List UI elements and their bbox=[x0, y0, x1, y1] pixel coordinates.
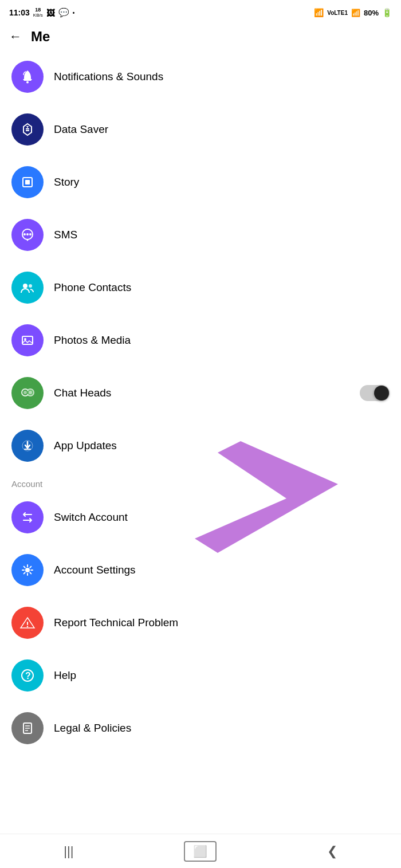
menu-item-chatheads[interactable]: Chat Heads bbox=[0, 367, 401, 419]
story-icon bbox=[11, 166, 44, 198]
status-right: 📶 VoLTE1 📶 80% 🔋 bbox=[314, 8, 392, 17]
menu-item-datasaver[interactable]: Data Saver bbox=[0, 103, 401, 156]
svg-point-10 bbox=[29, 233, 32, 235]
menu-item-legalpolicies[interactable]: Legal & Policies bbox=[0, 702, 401, 755]
account-section-label: Account bbox=[0, 472, 401, 491]
menu-item-help[interactable]: ? Help bbox=[0, 649, 401, 702]
appupdates-icon bbox=[11, 430, 44, 462]
phonecontacts-label: Phone Contacts bbox=[54, 281, 390, 294]
account-menu: Switch Account Account Settings Report T… bbox=[0, 491, 401, 755]
menu-item-sms[interactable]: SMS bbox=[0, 209, 401, 261]
notifications-label: Notifications & Sounds bbox=[54, 70, 390, 83]
battery-icon: 🔋 bbox=[382, 8, 392, 17]
menu-item-reportproblem[interactable]: Report Technical Problem bbox=[0, 596, 401, 649]
status-left: 11:03 18 KB/s 🖼 💬 • bbox=[9, 7, 74, 18]
reportproblem-icon bbox=[11, 607, 44, 639]
notifications-icon bbox=[11, 61, 44, 93]
nav-home-button[interactable]: ⬜ bbox=[184, 841, 217, 862]
menu-item-story[interactable]: Story bbox=[0, 156, 401, 209]
svg-point-26 bbox=[25, 568, 30, 572]
datasaver-label: Data Saver bbox=[54, 123, 390, 136]
menu-item-phonecontacts[interactable]: Phone Contacts bbox=[0, 261, 401, 314]
menu-item-notifications[interactable]: Notifications & Sounds bbox=[0, 50, 401, 103]
accountsettings-icon bbox=[11, 554, 44, 586]
appupdates-label: App Updates bbox=[54, 439, 390, 452]
svg-rect-6 bbox=[25, 180, 30, 184]
svg-point-8 bbox=[23, 233, 26, 235]
back-button[interactable]: ← bbox=[9, 29, 22, 44]
page-header: ← Me bbox=[0, 23, 401, 50]
menu-item-appupdates[interactable]: App Updates bbox=[0, 419, 401, 472]
toggle-knob bbox=[374, 386, 389, 400]
svg-point-9 bbox=[26, 233, 29, 235]
message-icon: 💬 bbox=[58, 7, 69, 18]
photosmedia-icon bbox=[11, 324, 44, 356]
time-display: 11:03 bbox=[9, 8, 30, 17]
svg-rect-2 bbox=[26, 128, 29, 129]
menu-item-switchaccount[interactable]: Switch Account bbox=[0, 491, 401, 544]
svg-rect-28 bbox=[27, 622, 28, 625]
dot-indicator: • bbox=[73, 10, 75, 16]
accountsettings-label: Account Settings bbox=[54, 564, 390, 576]
svg-point-19 bbox=[23, 391, 27, 394]
nav-back-button[interactable]: ❮ bbox=[310, 839, 355, 863]
svg-marker-4 bbox=[26, 126, 29, 128]
sms-icon bbox=[11, 219, 44, 251]
legalpolicies-icon bbox=[11, 712, 44, 744]
datasaver-icon bbox=[11, 113, 44, 146]
photosmedia-label: Photos & Media bbox=[54, 334, 390, 347]
svg-rect-3 bbox=[26, 130, 29, 131]
nav-menu-button[interactable]: ||| bbox=[46, 839, 91, 863]
svg-rect-23 bbox=[24, 449, 31, 450]
svg-point-11 bbox=[23, 284, 27, 288]
chatheads-label: Chat Heads bbox=[54, 387, 360, 399]
menu-item-accountsettings[interactable]: Account Settings bbox=[0, 544, 401, 596]
svg-point-0 bbox=[26, 81, 29, 84]
chatheads-toggle[interactable] bbox=[360, 385, 390, 401]
signal-icon: 📶 bbox=[351, 9, 360, 17]
help-icon: ? bbox=[11, 659, 44, 692]
svg-point-20 bbox=[29, 391, 32, 394]
toggle-switch[interactable] bbox=[360, 385, 390, 401]
settings-menu: Notifications & Sounds Data Saver Story bbox=[0, 50, 401, 472]
svg-point-12 bbox=[29, 284, 32, 288]
wifi-icon: 📶 bbox=[314, 8, 324, 17]
speed-indicator: 18 KB/s bbox=[33, 7, 43, 18]
chatheads-icon bbox=[11, 377, 44, 409]
screenshot-icon: 🖼 bbox=[46, 8, 55, 18]
lte-indicator: VoLTE1 bbox=[327, 10, 348, 16]
sms-label: SMS bbox=[54, 229, 390, 241]
page-title: Me bbox=[31, 29, 50, 45]
status-bar: 11:03 18 KB/s 🖼 💬 • 📶 VoLTE1 📶 80% 🔋 bbox=[0, 0, 401, 23]
switchaccount-label: Switch Account bbox=[54, 511, 390, 524]
menu-item-photosmedia[interactable]: Photos & Media bbox=[0, 314, 401, 367]
story-label: Story bbox=[54, 176, 390, 188]
reportproblem-label: Report Technical Problem bbox=[54, 616, 390, 629]
svg-point-29 bbox=[27, 626, 28, 627]
phonecontacts-icon bbox=[11, 272, 44, 304]
legalpolicies-label: Legal & Policies bbox=[54, 722, 390, 735]
battery-text: 80% bbox=[364, 9, 379, 17]
help-label: Help bbox=[54, 669, 390, 682]
switchaccount-icon bbox=[11, 501, 44, 533]
svg-text:?: ? bbox=[25, 671, 31, 681]
navigation-bar: ||| ⬜ ❮ bbox=[0, 834, 401, 868]
